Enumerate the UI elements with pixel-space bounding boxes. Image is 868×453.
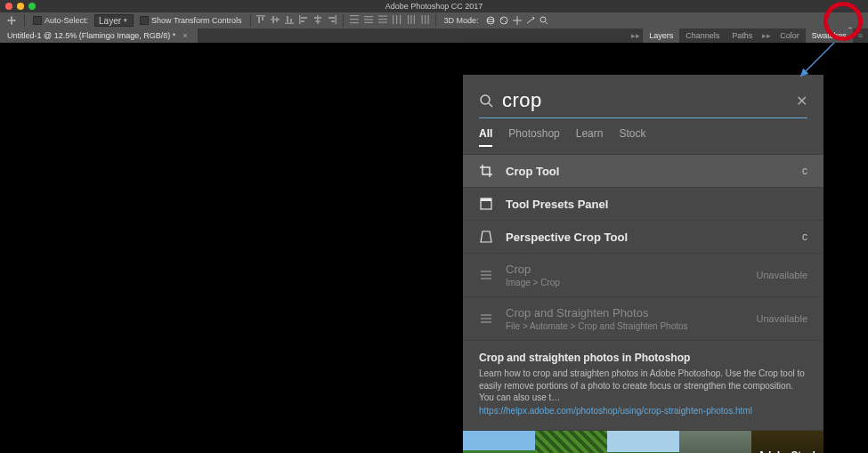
search-filter-tabs: All Photoshop Learn Stock (463, 127, 823, 154)
learn-result[interactable]: Crop and straighten photos in Photoshop … (463, 340, 823, 425)
paths-panel-tab[interactable]: Paths (726, 28, 758, 43)
search-tab-all[interactable]: All (479, 127, 492, 147)
layers-panel-tab[interactable]: Layers (643, 28, 679, 43)
svg-rect-16 (329, 17, 335, 19)
svg-rect-18 (350, 15, 359, 16)
search-tab-learn[interactable]: Learn (576, 127, 604, 147)
result-perspective-crop-tool[interactable]: Perspective Crop Tool c (463, 220, 823, 253)
distribute-right-icon[interactable] (420, 14, 431, 25)
search-tab-stock[interactable]: Stock (619, 127, 645, 147)
adobe-stock-button[interactable]: Adobe Stock › (751, 431, 831, 454)
auto-select-label: Auto-Select: (45, 16, 88, 25)
learn-description: Learn how to crop and straighten photos … (479, 368, 807, 404)
learn-link[interactable]: https://helpx.adobe.com/photoshop/using/… (479, 406, 807, 416)
result-subpath: File > Automate > Crop and Straighten Ph… (506, 321, 744, 331)
result-crop-menu[interactable]: Crop Image > Crop Unavailable (463, 253, 823, 296)
svg-rect-7 (287, 16, 288, 22)
svg-point-37 (487, 20, 494, 22)
svg-rect-28 (396, 15, 397, 24)
distribute-bottom-icon[interactable] (377, 14, 388, 25)
distribute-top-icon[interactable] (349, 14, 360, 25)
stock-cta-label: Adobe Stock (758, 449, 818, 454)
3d-pan-icon[interactable] (512, 15, 523, 26)
result-crop-tool[interactable]: Crop Tool c (463, 154, 823, 187)
3d-slide-icon[interactable] (525, 15, 536, 26)
result-crop-straighten-menu[interactable]: Crop and Straighten Photos File > Automa… (463, 296, 823, 340)
crop-icon (479, 164, 493, 178)
panel-tab-strip: ▸▸ Layers Channels Paths ▸▸ Color Swatch… (628, 28, 868, 43)
svg-rect-33 (421, 15, 422, 24)
svg-rect-5 (276, 18, 278, 22)
menu-icon (479, 268, 493, 282)
minimize-window-icon[interactable] (17, 3, 24, 10)
svg-rect-31 (410, 15, 411, 24)
distribute-hcenter-icon[interactable] (406, 14, 417, 25)
channels-panel-tab[interactable]: Channels (679, 28, 726, 43)
3d-roll-icon[interactable] (499, 15, 509, 26)
result-label: Crop and Straighten Photos (506, 306, 744, 320)
3d-zoom-icon[interactable] (539, 15, 549, 26)
auto-select-dropdown[interactable]: Layer▾ (94, 14, 134, 27)
stock-thumb-3[interactable] (607, 431, 679, 454)
svg-rect-4 (272, 16, 274, 23)
menu-icon (479, 311, 493, 326)
svg-rect-15 (335, 15, 337, 24)
svg-rect-34 (425, 15, 426, 24)
stock-thumb-1[interactable] (463, 431, 535, 454)
svg-rect-9 (299, 15, 301, 24)
align-left-icon[interactable] (298, 14, 309, 25)
search-tab-photoshop[interactable]: Photoshop (508, 127, 559, 147)
svg-rect-25 (378, 19, 387, 20)
document-tab[interactable]: Untitled-1 @ 12.5% (Flamingo Image, RGB/… (0, 28, 198, 43)
align-vcenter-icon[interactable] (270, 14, 280, 25)
align-top-icon[interactable] (256, 14, 266, 25)
panel-menu-icon[interactable]: ≡ (853, 31, 868, 40)
svg-rect-6 (285, 23, 294, 25)
align-right-icon[interactable] (327, 14, 337, 25)
svg-rect-35 (427, 15, 428, 24)
swatches-panel-tab[interactable]: Swatches (806, 28, 853, 43)
distribute-left-icon[interactable] (392, 14, 402, 25)
search-input[interactable] (502, 89, 787, 112)
search-icon (479, 93, 493, 108)
zoom-window-icon[interactable] (28, 3, 36, 10)
close-search-icon[interactable]: ✕ (796, 93, 807, 109)
svg-rect-29 (400, 15, 401, 24)
align-hcenter-icon[interactable] (312, 14, 323, 25)
svg-rect-19 (350, 19, 359, 20)
search-underline (479, 117, 807, 118)
auto-select-checkbox[interactable]: Auto-Select: (29, 14, 92, 27)
svg-rect-27 (393, 15, 393, 24)
traffic-lights[interactable] (5, 3, 36, 10)
svg-rect-2 (262, 17, 264, 20)
show-transform-checkbox[interactable]: Show Transform Controls (136, 14, 246, 27)
result-label: Tool Presets Panel (506, 198, 795, 211)
svg-rect-1 (258, 17, 260, 23)
result-subpath: Image > Crop (506, 278, 744, 287)
result-label: Crop (506, 263, 744, 276)
result-tool-presets-panel[interactable]: Tool Presets Panel (463, 187, 823, 220)
svg-point-39 (540, 17, 546, 22)
panel-expand-icon[interactable]: ▸▸ (628, 31, 643, 40)
result-shortcut: c (802, 165, 807, 177)
align-icons-group (256, 14, 431, 27)
svg-rect-13 (314, 17, 321, 19)
close-tab-icon[interactable]: × (183, 31, 187, 40)
distribute-vcenter-icon[interactable] (363, 14, 374, 25)
align-bottom-icon[interactable] (284, 14, 295, 25)
stock-thumb-5[interactable]: Adobe Stock › (751, 431, 823, 454)
3d-mode-label: 3D Mode: (441, 14, 483, 27)
move-tool-icon[interactable] (4, 14, 20, 27)
panel2-expand-icon[interactable]: ▸▸ (758, 31, 774, 40)
search-results: Crop Tool c Tool Presets Panel Perspecti… (463, 154, 823, 340)
color-panel-tab[interactable]: Color (774, 28, 806, 43)
close-window-icon[interactable] (5, 3, 12, 10)
result-shortcut: c (802, 231, 807, 243)
result-label: Perspective Crop Tool (506, 231, 790, 244)
3d-orbit-icon[interactable] (485, 15, 496, 26)
svg-rect-21 (364, 16, 373, 17)
stock-thumb-4[interactable] (679, 431, 751, 454)
options-bar: Auto-Select: Layer▾ Show Transform Contr… (0, 12, 868, 28)
stock-thumb-2[interactable] (535, 431, 607, 454)
svg-rect-0 (256, 15, 265, 17)
